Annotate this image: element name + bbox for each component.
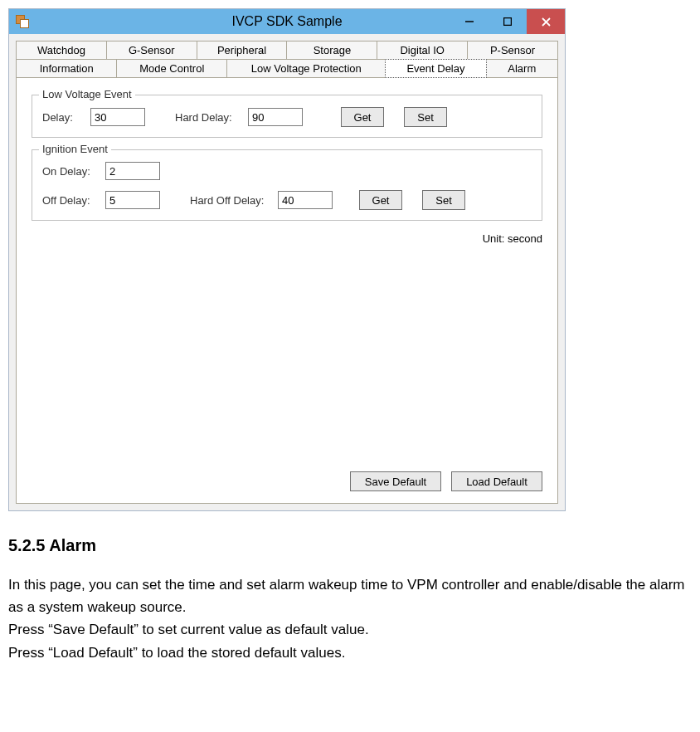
tabpanel-event-delay: Low Voltage Event Delay: Hard Delay: Get… [16, 77, 558, 504]
minimize-button[interactable] [450, 9, 489, 34]
tab-storage[interactable]: Storage [286, 41, 377, 59]
hard-off-delay-input[interactable] [278, 191, 333, 209]
delay-label: Delay: [42, 111, 84, 124]
hard-delay-input[interactable] [248, 108, 303, 126]
doc-paragraph: Press “Load Default” to load the stored … [8, 642, 692, 664]
group-legend: Ignition Event [39, 143, 111, 155]
doc-paragraph: Press “Save Default” to set current valu… [8, 618, 692, 641]
app-window: IVCP SDK Sample Watchdog G-Sensor Periph… [8, 8, 566, 511]
tab-low-voltage-protection[interactable]: Low Voltage Protection [226, 59, 386, 78]
tab-mode-control[interactable]: Mode Control [116, 59, 227, 78]
tab-peripheral[interactable]: Peripheral [197, 41, 288, 59]
delay-input[interactable] [90, 108, 145, 126]
tab-alarm[interactable]: Alarm [486, 59, 558, 78]
off-delay-input[interactable] [105, 191, 160, 209]
hard-off-delay-label: Hard Off Delay: [190, 194, 271, 207]
hard-delay-label: Hard Delay: [175, 111, 241, 124]
close-button[interactable] [527, 9, 565, 34]
doc-heading: 5.2.5 Alarm [8, 536, 692, 555]
on-delay-input[interactable] [105, 162, 160, 180]
on-delay-label: On Delay: [42, 165, 99, 178]
bottom-buttons: Save Default Load Default [350, 471, 542, 491]
window-controls [450, 9, 565, 34]
tab-digital-io[interactable]: Digital IO [377, 41, 468, 59]
group-legend: Low Voltage Event [39, 88, 135, 100]
tab-g-sensor[interactable]: G-Sensor [106, 41, 197, 59]
off-delay-label: Off Delay: [42, 194, 99, 207]
client-area: Watchdog G-Sensor Peripheral Storage Dig… [9, 34, 565, 510]
tab-information[interactable]: Information [16, 59, 117, 78]
get-button[interactable]: Get [359, 190, 402, 210]
set-button[interactable]: Set [422, 190, 465, 210]
tabstrip: Watchdog G-Sensor Peripheral Storage Dig… [16, 41, 558, 78]
titlebar[interactable]: IVCP SDK Sample [9, 9, 565, 34]
minimize-icon [465, 17, 474, 26]
group-low-voltage-event: Low Voltage Event Delay: Hard Delay: Get… [32, 95, 542, 138]
app-icon [16, 15, 29, 28]
group-ignition-event: Ignition Event On Delay: Off Delay: Hard… [32, 149, 542, 221]
svg-rect-1 [504, 18, 512, 26]
tab-event-delay[interactable]: Event Delay [385, 59, 486, 78]
set-button[interactable]: Set [404, 107, 447, 127]
doc-text: In this page, you can set the time and s… [8, 573, 692, 664]
maximize-icon [503, 17, 512, 26]
get-button[interactable]: Get [341, 107, 384, 127]
save-default-button[interactable]: Save Default [350, 471, 441, 491]
close-icon [542, 17, 551, 27]
tab-p-sensor[interactable]: P-Sensor [467, 41, 558, 59]
tab-watchdog[interactable]: Watchdog [16, 41, 107, 59]
load-default-button[interactable]: Load Default [451, 471, 542, 491]
maximize-button[interactable] [489, 9, 527, 34]
doc-paragraph: In this page, you can set the time and s… [8, 573, 692, 618]
unit-text: Unit: second [32, 232, 542, 245]
